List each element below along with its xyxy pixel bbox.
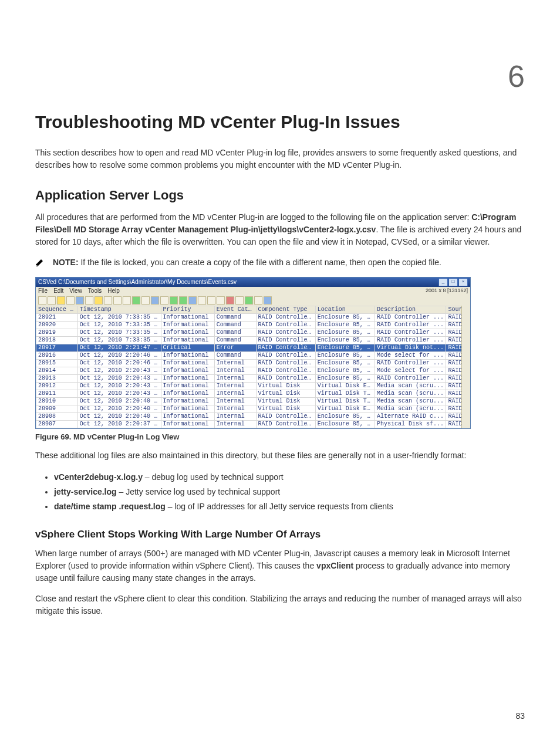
toolbar-button[interactable]	[160, 296, 168, 305]
table-cell: Oct 12, 2010 7:33:35 PM	[77, 314, 161, 322]
table-header-cell[interactable]: Sequence Num	[36, 306, 78, 314]
minimize-button[interactable]: _	[438, 278, 448, 286]
table-row[interactable]: 28907Oct 12, 2010 2:20:37 PMInformationa…	[36, 421, 470, 428]
table-row[interactable]: 28916Oct 12, 2010 2:20:46 PMInformationa…	[36, 352, 470, 360]
table-row[interactable]: 28914Oct 12, 2010 2:20:43 PMInformationa…	[36, 367, 470, 375]
additional-log-paragraph: These additional log files are also main…	[35, 449, 525, 462]
log-name: date/time stamp .request.log	[54, 502, 166, 511]
table-cell: Internal	[214, 390, 256, 398]
toolbar-button[interactable]	[245, 296, 253, 305]
vertical-scrollbar[interactable]	[461, 306, 470, 428]
table-cell: 28917	[36, 344, 78, 352]
table-cell: Informational	[161, 383, 214, 390]
toolbar-button[interactable]	[264, 296, 272, 305]
table-cell: Media scan (scru...	[375, 405, 446, 413]
table-row[interactable]: 28921Oct 12, 2010 7:33:35 PMInformationa…	[36, 314, 470, 322]
table-cell: Oct 12, 2010 2:20:43 PM	[77, 390, 161, 398]
toolbar-button[interactable]	[113, 296, 122, 305]
table-cell: Mode select for ...	[375, 352, 446, 360]
table-header-cell[interactable]: Timestamp	[77, 306, 161, 314]
toolbar-button[interactable]	[76, 296, 84, 305]
note-text: If the file is locked, you can create a …	[79, 258, 441, 267]
table-header-cell[interactable]: Component Type	[256, 306, 315, 314]
table-cell: RAID Controlle...	[256, 413, 315, 421]
toolbar-button[interactable]	[57, 296, 65, 305]
toolbar-button[interactable]	[48, 296, 56, 305]
toolbar-button[interactable]	[198, 296, 206, 305]
table-cell: Enclosure 85, ...	[315, 413, 375, 421]
toolbar-button[interactable]	[235, 296, 244, 305]
table-row[interactable]: 28918Oct 12, 2010 7:33:35 PMInformationa…	[36, 337, 470, 344]
toolbar-button[interactable]	[104, 296, 112, 305]
table-row[interactable]: 28913Oct 12, 2010 2:20:43 PMInformationa…	[36, 375, 470, 383]
table-cell: Physical Disk sf...	[375, 421, 446, 428]
toolbar-button[interactable]	[85, 296, 93, 305]
table-cell: RAID Controlle...	[256, 375, 315, 383]
intro-paragraph: This section describes how to open and r…	[35, 147, 525, 171]
menu-edit[interactable]: Edit	[53, 288, 63, 295]
table-cell: Informational	[161, 322, 214, 329]
table-row[interactable]: 28919Oct 12, 2010 7:33:35 PMInformationa…	[36, 329, 470, 337]
table-header-cell[interactable]: Location	[315, 306, 375, 314]
table-row[interactable]: 28917Oct 12, 2010 2:21:47 PMCriticalErro…	[36, 344, 470, 352]
table-cell: Enclosure 85, ...	[315, 337, 375, 344]
toolbar-button[interactable]	[217, 296, 225, 305]
table-cell: Enclosure 85, ...	[315, 421, 375, 428]
table-cell: Virtual Disk E...	[315, 405, 375, 413]
table-header-cell[interactable]: Event Cate...	[214, 306, 256, 314]
table-cell: Internal	[214, 375, 256, 383]
table-cell: RAID Controller ...	[375, 337, 446, 344]
menu-help[interactable]: Help	[107, 288, 120, 295]
table-row[interactable]: 28920Oct 12, 2010 7:33:35 PMInformationa…	[36, 322, 470, 329]
toolbar-button[interactable]	[141, 296, 150, 305]
csved-title-text: CSVed C:\Documents and Settings\Administ…	[38, 279, 438, 286]
table-cell: RAID Controller ...	[375, 375, 446, 383]
table-row[interactable]: 28912Oct 12, 2010 2:20:43 PMInformationa…	[36, 383, 470, 390]
list-item: date/time stamp .request.log – log of IP…	[54, 499, 525, 514]
toolbar-button[interactable]	[179, 296, 187, 305]
table-cell: Media scan (scru...	[375, 390, 446, 398]
close-button[interactable]: ×	[458, 278, 468, 286]
table-row[interactable]: 28909Oct 12, 2010 2:20:40 PMInformationa…	[36, 405, 470, 413]
toolbar-button[interactable]	[170, 296, 178, 305]
table-cell: Virtual Disk not...	[375, 344, 446, 352]
table-cell: 28916	[36, 352, 78, 360]
csved-menubar: File Edit View Tools Help 2001 x 8 [1311…	[36, 287, 470, 295]
toolbar-button[interactable]	[66, 296, 75, 305]
toolbar-button[interactable]	[207, 296, 215, 305]
vpxclient-term: vpxClient	[316, 561, 353, 570]
toolbar-button[interactable]	[254, 296, 262, 305]
toolbar-button[interactable]	[151, 296, 159, 305]
table-header-cell[interactable]: Priority	[161, 306, 214, 314]
toolbar-button[interactable]	[95, 296, 103, 305]
menu-file[interactable]: File	[38, 288, 48, 295]
toolbar-button[interactable]	[38, 296, 46, 305]
toolbar-button[interactable]	[123, 296, 131, 305]
menu-tools[interactable]: Tools	[88, 288, 102, 295]
toolbar-button[interactable]	[132, 296, 140, 305]
list-item: jetty-service.log – Jetty service log us…	[54, 485, 525, 499]
table-cell: 28908	[36, 413, 78, 421]
menu-view[interactable]: View	[69, 288, 82, 295]
table-cell: Informational	[161, 367, 214, 375]
table-cell: Oct 12, 2010 2:20:43 PM	[77, 375, 161, 383]
table-cell: 28914	[36, 367, 78, 375]
table-row[interactable]: 28908Oct 12, 2010 2:20:40 PMInformationa…	[36, 413, 470, 421]
table-cell: RAID Controlle...	[256, 360, 315, 367]
table-cell: Enclosure 85, ...	[315, 344, 375, 352]
table-cell: 28913	[36, 375, 78, 383]
maximize-button[interactable]: □	[448, 278, 458, 286]
table-row[interactable]: 28911Oct 12, 2010 2:20:43 PMInformationa…	[36, 390, 470, 398]
table-cell: Informational	[161, 390, 214, 398]
table-cell: Oct 12, 2010 2:20:43 PM	[77, 367, 161, 375]
table-cell: Internal	[214, 421, 256, 428]
table-row[interactable]: 28910Oct 12, 2010 2:20:40 PMInformationa…	[36, 398, 470, 405]
table-row[interactable]: 28915Oct 12, 2010 2:20:46 PMInformationa…	[36, 360, 470, 367]
table-header-cell[interactable]: Description	[375, 306, 446, 314]
toolbar-button[interactable]	[188, 296, 197, 305]
table-cell: Informational	[161, 329, 214, 337]
table-cell: Virtual Disk	[256, 405, 315, 413]
toolbar-button[interactable]	[226, 296, 234, 305]
table-cell: 28919	[36, 329, 78, 337]
table-cell: Oct 12, 2010 2:20:46 PM	[77, 360, 161, 367]
